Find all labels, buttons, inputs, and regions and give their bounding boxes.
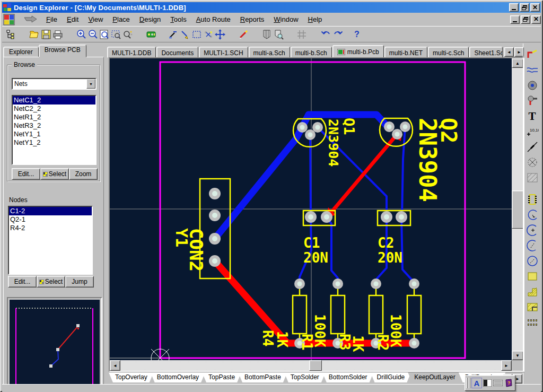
doc-tab[interactable]: Sheet1.Sch [469,47,503,58]
arc-center-icon[interactable] [526,223,539,237]
net-list-item[interactable]: NetC2_2 [13,104,95,113]
net-edit-button[interactable]: Edit... [12,168,40,180]
place-keepout-pad-icon[interactable] [526,155,539,169]
net-list-item[interactable]: NetY1_2 [13,138,95,147]
vertical-scrollbar[interactable]: ▲ ▼ [512,58,523,360]
help-icon[interactable]: ? [351,29,363,40]
doc-tab[interactable]: multi-c.Sch [428,47,469,58]
move-icon[interactable] [214,29,226,40]
zoom-document-icon[interactable] [99,29,110,40]
place-via-icon[interactable] [526,94,539,108]
place-pad-icon[interactable] [526,79,539,92]
toggle-grid-icon[interactable] [296,29,308,40]
place-array-icon[interactable] [526,316,539,329]
place-dimension-icon[interactable] [526,140,539,154]
select-area-icon[interactable] [191,29,203,40]
place-string-icon[interactable]: T [526,109,539,123]
board-preview[interactable] [7,297,102,392]
cross-probe-icon[interactable] [168,29,179,40]
tab-browse-pcb[interactable]: Browse PCB [39,45,86,57]
layer-tab[interactable]: TopSolder [284,372,326,383]
doc-tabs-scroll-left[interactable]: ◄ [504,47,514,57]
restore-button[interactable] [520,3,529,12]
menu-edit[interactable]: Edit [62,14,83,25]
child-restore-button[interactable] [521,15,530,24]
menu-window[interactable]: Window [269,14,303,25]
scroll-down-button[interactable]: ▼ [512,351,523,360]
place-fill-icon[interactable] [526,269,539,283]
floating-mini-toolbar[interactable]: A ? [465,375,515,391]
vertical-scroll-thumb[interactable] [512,190,523,229]
scroll-right-button[interactable]: ► [501,360,512,371]
scroll-left-button[interactable]: ◄ [110,360,120,371]
layer-tab[interactable]: BottomPaste [238,372,287,383]
doc-tab[interactable]: MULTI-1.SCH [199,47,248,58]
minimize-button[interactable] [509,3,519,12]
node-list-item[interactable]: C1-2 [9,207,92,215]
menu-file[interactable]: File [41,14,62,25]
child-close-button[interactable]: ✕ [531,15,541,24]
save-icon[interactable] [40,29,52,40]
net-list-item[interactable]: NetY1_1 [13,130,95,138]
menu-collapse-arrow-icon[interactable] [23,15,37,24]
zoom-point-icon[interactable] [122,29,134,40]
browse-board-icon[interactable] [145,29,157,40]
place-serpentine-icon[interactable] [526,63,539,77]
close-button[interactable]: ✕ [530,3,540,12]
layer-tab[interactable]: DrillGuide [371,372,411,383]
title-bar[interactable]: Design Explorer - [C:\My Documents\MULTI… [2,2,541,13]
nets-list[interactable]: NetC1_2 NetC2_2 NetR1_2 NetR3_2 NetY1_1 … [12,95,97,165]
net-zoom-button[interactable]: Zoom [69,168,98,180]
doc-tab-active[interactable]: multi-b.Pcb [332,45,384,58]
layer-tab[interactable]: BottomOverlay [151,372,205,383]
horizontal-scroll-thumb[interactable] [309,360,322,371]
place-hatched-fill-icon[interactable] [526,171,539,185]
menu-design[interactable]: Design [135,14,165,25]
scroll-up-button[interactable]: ▲ [512,58,523,68]
tab-explorer[interactable]: Explorer [3,47,39,57]
library-search-icon[interactable] [273,29,284,40]
child-minimize-button[interactable] [510,15,520,24]
polygon-plane-icon[interactable] [526,285,539,299]
doc-tab[interactable]: multi-a.Sch [249,47,290,58]
panel-toggle-icon[interactable] [482,378,493,388]
menu-reports[interactable]: Reports [235,14,269,25]
text-style-icon[interactable]: A [471,378,482,388]
layer-tab[interactable]: TopOverlay [109,372,154,383]
zoom-in-icon[interactable] [75,29,87,40]
pcb-canvas[interactable]: 2N3904 Q1 2N3904 Q2 C1 20N C2 20N Y1 CON… [110,58,512,360]
undo-icon[interactable] [320,29,332,40]
place-track-icon[interactable] [526,48,539,62]
full-circle-icon[interactable] [526,254,539,268]
wire-icon[interactable] [179,29,191,40]
layer-tab[interactable]: TopPaste [202,372,241,383]
zoom-area-icon[interactable] [110,29,122,40]
doc-tab[interactable]: multi-b.NET [384,47,427,58]
split-plane-icon[interactable] [526,300,539,314]
toolbar-grip[interactable] [469,378,470,388]
arc-45-icon[interactable] [526,239,539,252]
node-select-button[interactable]: Select [37,276,65,288]
document-icon[interactable] [3,14,15,25]
interactive-route-icon[interactable] [238,29,249,40]
menu-place[interactable]: Place [108,14,135,25]
layer-tab[interactable]: BottomSolder [322,372,374,383]
net-list-item[interactable]: NetC1_2 [13,96,95,104]
dropdown-arrow-icon[interactable]: ▼ [86,79,95,89]
show-connections-icon[interactable] [203,29,214,40]
net-list-item[interactable]: NetR1_2 [13,113,95,121]
zoom-out-icon[interactable] [87,29,99,40]
layer-tab-active[interactable]: KeepOutLayer [408,372,461,383]
help-book-icon[interactable]: ? [503,378,514,388]
open-icon[interactable] [29,29,40,40]
node-list-item[interactable]: Q2-1 [9,215,92,224]
redo-icon[interactable] [332,29,344,40]
doc-tab[interactable]: Documents [156,47,198,58]
horizontal-scrollbar[interactable]: ◄ ► [110,360,512,371]
place-component-icon[interactable] [526,193,539,206]
net-select-button[interactable]: Select [40,168,69,180]
menu-tools[interactable]: Tools [165,14,191,25]
library-icon[interactable] [261,29,273,40]
net-list-item[interactable]: NetR3_2 [13,121,95,130]
menu-help[interactable]: Help [303,14,327,25]
